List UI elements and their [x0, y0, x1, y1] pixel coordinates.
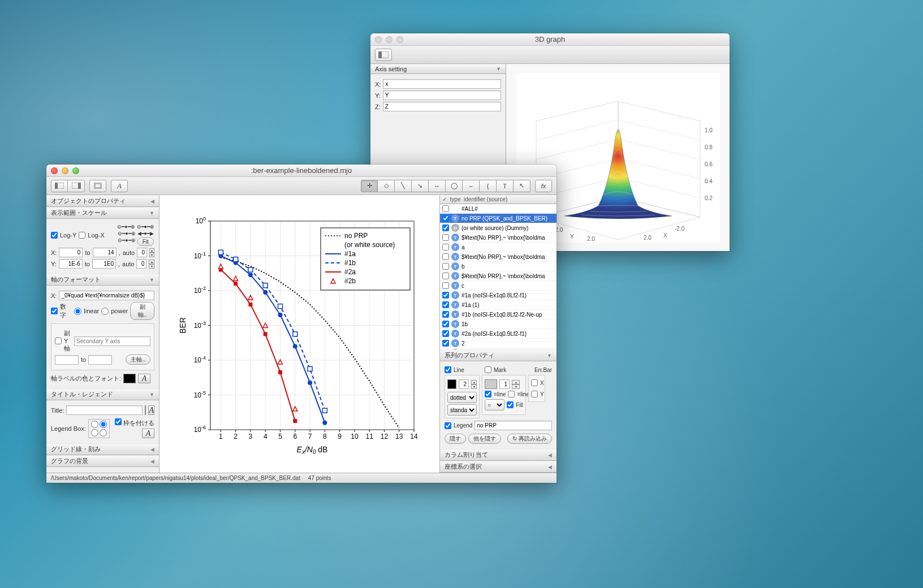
row-checkbox[interactable] — [442, 234, 449, 241]
row-checkbox[interactable] — [442, 301, 449, 308]
y-stepper[interactable]: ▴▾ — [149, 260, 154, 269]
eraser-tool[interactable]: ◇ — [378, 180, 395, 192]
x-axis-input[interactable] — [383, 79, 501, 89]
toggle-right-pane-button[interactable] — [68, 180, 85, 192]
window-main[interactable]: :ber-example-lineboldened.mjo A ✛ ◇ ╲ ↘ … — [46, 165, 557, 483]
list-item[interactable]: #ALL# — [440, 204, 557, 214]
display-range-header[interactable]: 表示範囲・スケール▼ — [46, 207, 159, 219]
reload-button[interactable]: ↻ 再読み込み — [507, 434, 552, 444]
x-from-input[interactable] — [59, 248, 83, 257]
arc-tool[interactable]: ⌣ — [463, 180, 480, 192]
line-color-well[interactable] — [447, 379, 456, 389]
linear-radio[interactable] — [74, 308, 81, 315]
row-checkbox[interactable] — [442, 311, 449, 318]
x-to-input[interactable] — [93, 248, 117, 257]
ellipse-tool[interactable]: ◯ — [446, 180, 463, 192]
row-checkbox[interactable] — [442, 205, 449, 212]
hide-button[interactable]: 隠す — [445, 434, 466, 444]
title-color-well[interactable] — [145, 405, 146, 415]
double-arrow-tool[interactable]: ↔ — [429, 180, 446, 192]
y-to-input[interactable] — [92, 259, 116, 269]
line-checkbox[interactable] — [445, 366, 451, 373]
axis-setting-header[interactable]: Axis setting▼ — [370, 64, 506, 74]
log-x-checkbox[interactable] — [79, 232, 85, 239]
list-item[interactable]: Tno PRP (QPSK_and_BPSK_BER) — [440, 214, 557, 223]
line-style-select[interactable]: dotted — [447, 392, 477, 403]
title-legend-header[interactable]: タイトル・レジェンド▼ — [46, 388, 159, 400]
row-checkbox[interactable] — [442, 292, 449, 299]
list-item[interactable]: T$¥text{No PRP},~ \mbox{\boldma — [440, 233, 557, 243]
sec-from-input[interactable] — [55, 355, 79, 365]
eqline1-checkbox[interactable] — [485, 391, 491, 397]
row-checkbox[interactable] — [442, 273, 449, 279]
list-item[interactable]: T#1a (noISI-Ex1q0.8Lf2-f1) — [440, 291, 557, 300]
zoom-control-icon[interactable]: ⊖━●━⊕ — [117, 224, 135, 230]
chart-area[interactable]: 123456789101112131410010-110-210-310-410… — [159, 195, 439, 473]
source-list[interactable]: ✓ type identifier (source) #ALL#Tno PRP … — [440, 195, 557, 349]
mark-shape-select[interactable]: ○ — [485, 399, 504, 410]
row-checkbox[interactable] — [442, 224, 449, 231]
layout-button[interactable] — [89, 180, 106, 192]
x-format-input[interactable] — [59, 291, 154, 300]
grid-header[interactable]: グリッド線・刻み◀ — [46, 443, 159, 455]
minimize-icon[interactable] — [62, 167, 68, 174]
list-item[interactable]: T2 — [440, 339, 557, 348]
eqline2-checkbox[interactable] — [508, 391, 515, 397]
row-checkbox[interactable] — [442, 340, 449, 347]
font-picker-icon[interactable]: A — [138, 374, 150, 383]
list-item[interactable]: T#1a (1) — [440, 300, 557, 310]
sub-y-checkbox[interactable] — [55, 338, 62, 344]
mainaxis-button[interactable]: 主軸.. — [126, 354, 150, 365]
zoom-control-icon[interactable]: ⊖━●━⊕ — [137, 224, 154, 230]
list-item[interactable]: T#2a (noISI-Ex1q0.9Lf2-f1) — [440, 329, 557, 339]
list-item[interactable]: T$¥text{No PRP},~ \mbox{\boldma — [440, 252, 557, 262]
row-checkbox[interactable] — [442, 253, 449, 260]
text-tool[interactable]: T — [497, 180, 514, 192]
list-item[interactable]: Tc — [440, 281, 557, 291]
list-item[interactable]: Tb — [440, 262, 557, 271]
column-assign-header[interactable]: カラム割り当て◀ — [440, 449, 557, 461]
list-item[interactable]: Ta — [440, 243, 557, 252]
errbar-y-checkbox[interactable] — [531, 391, 538, 397]
y-from-input[interactable] — [59, 259, 83, 269]
x-stepper[interactable]: ▴▾ — [149, 248, 154, 257]
secondary-y-input[interactable] — [74, 336, 150, 346]
title-font-icon[interactable]: A — [148, 405, 154, 415]
number-checkbox[interactable] — [51, 308, 58, 314]
brace-tool[interactable]: { — [480, 180, 497, 192]
axis-color-well[interactable] — [123, 374, 136, 383]
row-checkbox[interactable] — [442, 263, 449, 270]
close-icon[interactable] — [375, 36, 382, 43]
legend-text-input[interactable] — [475, 421, 552, 430]
coord-system-header[interactable]: 座標系の選択◀ — [440, 461, 557, 473]
mark-size-input[interactable] — [499, 379, 510, 389]
power-radio[interactable] — [101, 308, 109, 315]
line-std-select[interactable]: standard — [447, 404, 477, 416]
z-axis-input[interactable] — [383, 102, 501, 111]
legend-font-icon[interactable]: A — [142, 429, 154, 438]
series-properties-header[interactable]: 系列のプロパティ▼ — [440, 349, 557, 361]
pointer-tool[interactable]: ↖ — [514, 180, 530, 192]
list-item[interactable]: D(or white source) (Dummy) — [440, 223, 557, 233]
toggle-sidebar-button[interactable] — [375, 49, 392, 61]
object-properties-header[interactable]: オブジェクトのプロパティ◀ — [46, 195, 159, 207]
background-header[interactable]: グラフの背景◀ — [46, 455, 159, 467]
close-icon[interactable] — [51, 167, 58, 174]
log-y-checkbox[interactable] — [51, 232, 58, 239]
pan-arrows-icon[interactable]: ◀━●━▶ — [137, 231, 154, 236]
y-auto-input[interactable] — [136, 259, 146, 269]
arrow-tool[interactable]: ↘ — [412, 180, 429, 192]
hide-others-button[interactable]: 他を隠す — [468, 434, 501, 444]
mark-checkbox[interactable] — [485, 366, 491, 373]
errbar-x-checkbox[interactable] — [531, 379, 538, 386]
mark-color-well[interactable] — [485, 379, 497, 389]
row-checkbox[interactable] — [442, 215, 449, 222]
fit-button[interactable]: Fit — [137, 237, 154, 246]
list-item[interactable]: T#1b (noISI-Ex1q0.8Lf2-f2-Ne-up — [440, 310, 557, 319]
axis-format-header[interactable]: 軸のフォーマット▼ — [46, 274, 159, 286]
titlebar-3d[interactable]: 3D graph — [370, 33, 730, 46]
title-input[interactable] — [66, 405, 143, 415]
legend-checkbox[interactable] — [445, 422, 451, 429]
subaxis-button[interactable]: 副軸.. — [130, 302, 154, 320]
font-button[interactable]: A — [111, 180, 128, 192]
